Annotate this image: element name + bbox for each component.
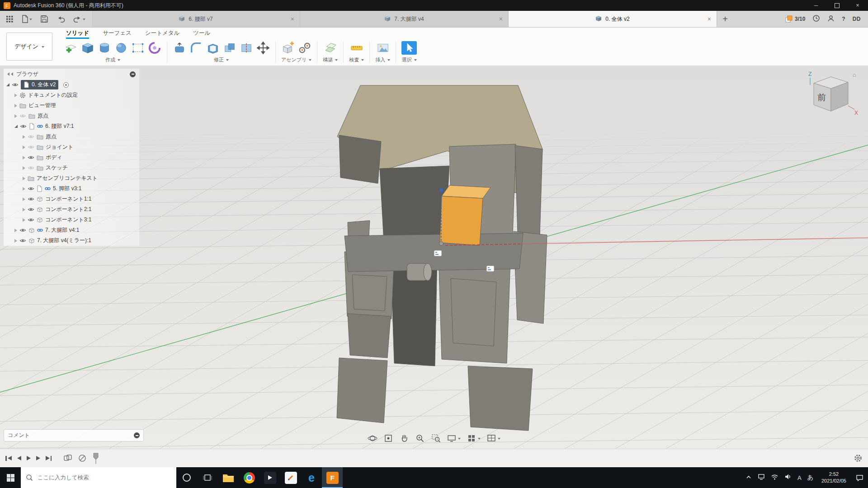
media-app-icon[interactable]	[259, 467, 280, 488]
joint-badge[interactable]	[486, 266, 494, 272]
browser-tree-item[interactable]: 6. 腰部 v7:1	[4, 121, 139, 131]
search-input[interactable]	[37, 474, 171, 481]
expand-arrow[interactable]	[23, 187, 25, 191]
create-sketch-icon[interactable]	[64, 41, 78, 55]
expand-arrow[interactable]	[14, 125, 18, 128]
collaboration-icon[interactable]	[827, 15, 835, 23]
group-label-select[interactable]: 選択	[402, 56, 417, 66]
joint-badge[interactable]	[434, 250, 442, 256]
browser-tree-item[interactable]: 0. 全体 v2	[4, 80, 139, 90]
expand-arrow[interactable]	[6, 83, 9, 86]
zoom-icon[interactable]	[415, 433, 425, 443]
visibility-eye-icon[interactable]	[28, 145, 34, 150]
browser-tree-item[interactable]: ドキュメントの設定	[4, 90, 139, 100]
browser-tree-item[interactable]: 7. 大腿部 v4:1	[4, 225, 139, 235]
construct-plane-icon[interactable]	[324, 41, 337, 55]
browser-tree-item[interactable]: ビュー管理	[4, 100, 139, 111]
group-label-create[interactable]: 作成	[105, 56, 120, 66]
display-settings-icon[interactable]	[447, 433, 461, 443]
editor-app-icon[interactable]	[280, 467, 301, 488]
save-icon[interactable]	[40, 15, 48, 23]
combine-icon[interactable]	[223, 41, 236, 55]
chrome-icon[interactable]	[239, 467, 259, 488]
tray-network-icon[interactable]	[771, 474, 778, 482]
tab-close-icon[interactable]: ×	[708, 16, 711, 22]
taskbar-clock[interactable]: 2:52 2021/02/05	[817, 467, 851, 488]
ribbon-tab-sheetmetal[interactable]: シートメタル	[145, 28, 179, 39]
ime-mode-kana[interactable]: あ	[807, 474, 813, 482]
edge-icon[interactable]: e	[301, 467, 322, 488]
visibility-eye-icon[interactable]	[19, 238, 26, 243]
browser-tree-item[interactable]: ボディ	[4, 152, 139, 163]
new-tab-button[interactable]: +	[717, 11, 733, 27]
browser-tree-item[interactable]: スケッチ	[4, 163, 139, 173]
expand-arrow[interactable]	[23, 166, 25, 170]
expand-arrow[interactable]	[23, 218, 25, 222]
expand-arrow[interactable]	[23, 145, 25, 149]
visibility-eye-icon[interactable]	[12, 82, 19, 87]
browser-collapse-button[interactable]	[130, 71, 136, 77]
browser-tree-item[interactable]: コンポーネント2:1	[4, 204, 139, 215]
create-box-icon[interactable]	[81, 41, 94, 55]
visibility-eye-icon[interactable]	[19, 228, 26, 233]
document-tab-2[interactable]: 7. 大腿部 v4 ×	[300, 11, 509, 27]
pan-icon[interactable]	[399, 433, 409, 443]
visibility-eye-icon[interactable]	[28, 186, 34, 191]
browser-tree-item[interactable]: 5. 脚部 v3:1	[4, 183, 139, 194]
viewport-layout-icon[interactable]	[486, 433, 500, 443]
help-icon[interactable]: ?	[842, 16, 845, 22]
minimize-button[interactable]: ─	[806, 0, 826, 11]
expand-arrow[interactable]	[14, 239, 17, 243]
group-label-assemble[interactable]: アセンブリ	[281, 56, 311, 66]
undo-icon[interactable]	[57, 15, 65, 23]
joint-icon[interactable]	[298, 41, 311, 55]
timeline-capture-icon[interactable]	[78, 454, 87, 463]
visibility-eye-icon[interactable]	[20, 124, 27, 129]
group-label-insert[interactable]: 挿入	[375, 56, 390, 66]
timeline-go-end-button[interactable]	[46, 456, 52, 461]
visibility-eye-icon[interactable]	[28, 197, 34, 202]
browser-tree-item[interactable]: コンポーネント1:1	[4, 194, 139, 204]
tray-volume-icon[interactable]	[784, 474, 792, 482]
select-icon[interactable]	[401, 41, 417, 55]
tray-chevron-icon[interactable]	[745, 474, 752, 482]
look-at-icon[interactable]	[383, 433, 393, 443]
activate-radio[interactable]	[63, 82, 69, 88]
expand-arrow[interactable]	[23, 156, 25, 160]
grid-settings-icon[interactable]	[467, 433, 481, 443]
measure-icon[interactable]	[350, 41, 363, 55]
action-center-icon[interactable]	[851, 467, 868, 488]
timeline-position-marker[interactable]	[92, 452, 99, 464]
visibility-eye-icon[interactable]	[19, 113, 26, 118]
tab-close-icon[interactable]: ×	[499, 16, 503, 22]
view-cube[interactable]: Z ⌂ 前 X	[800, 70, 860, 119]
visibility-eye-icon[interactable]	[28, 217, 34, 222]
user-avatar[interactable]: DD	[853, 16, 861, 22]
fusion360-taskbar-icon[interactable]: F	[322, 467, 343, 488]
group-label-modify[interactable]: 修正	[214, 56, 229, 66]
ribbon-tab-surface[interactable]: サーフェス	[103, 28, 132, 39]
tab-close-icon[interactable]: ×	[291, 16, 294, 22]
browser-tree-item[interactable]: 7. 大腿部 v4(ミラー):1	[4, 235, 139, 246]
zoom-window-icon[interactable]	[431, 433, 441, 443]
split-body-icon[interactable]	[240, 41, 253, 55]
browser-tree-item[interactable]: ジョイント	[4, 142, 139, 152]
timeline-group-icon[interactable]	[63, 454, 72, 463]
timeline-settings-gear-icon[interactable]	[854, 454, 863, 463]
3d-viewport[interactable]: ブラウザ 0. 全体 v2ドキュメントの設定ビュー管理原点6. 腰部 v7:1原…	[0, 66, 868, 449]
timeline-go-start-button[interactable]	[5, 456, 12, 461]
timeline-play-button[interactable]	[27, 456, 31, 460]
redo-icon[interactable]	[73, 15, 85, 23]
comment-collapse-button[interactable]	[134, 432, 140, 438]
expand-arrow[interactable]	[23, 197, 25, 201]
expand-arrow[interactable]	[14, 229, 17, 232]
browser-tree-item[interactable]: 原点	[4, 111, 139, 121]
job-status[interactable]: 3/10	[785, 15, 805, 23]
visibility-eye-icon[interactable]	[28, 155, 34, 160]
document-tab-1[interactable]: 6. 腰部 v7 ×	[92, 11, 300, 27]
group-label-inspect[interactable]: 検査	[349, 56, 364, 66]
shell-icon[interactable]	[206, 41, 220, 55]
app-grid-icon[interactable]	[6, 16, 13, 23]
task-view-button[interactable]	[197, 467, 218, 488]
expand-arrow[interactable]	[14, 104, 17, 108]
